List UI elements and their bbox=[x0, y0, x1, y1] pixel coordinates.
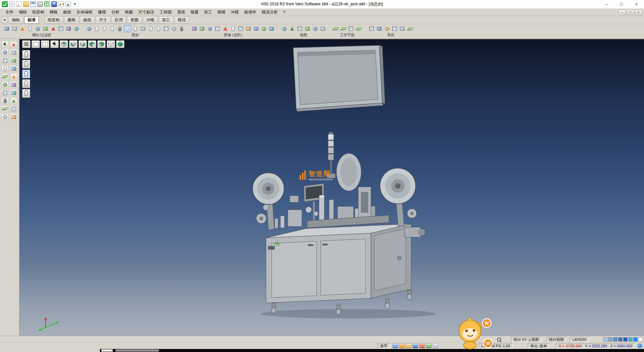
tab-surface[interactable]: 曲面 bbox=[80, 16, 95, 24]
tab-machining[interactable]: 加工 bbox=[159, 16, 173, 24]
ribbon-icon-g2-3[interactable] bbox=[101, 25, 108, 32]
left-tool-icon-6[interactable] bbox=[10, 57, 17, 64]
ribbon-icon-g3-3[interactable] bbox=[206, 25, 213, 32]
left-tool-icon-12[interactable] bbox=[10, 81, 17, 88]
color-swatch-5[interactable] bbox=[623, 337, 628, 342]
ribbon-icon-g2-9[interactable] bbox=[147, 25, 154, 32]
edit-file-icon[interactable] bbox=[16, 1, 22, 7]
ribbon-icon-g2-7[interactable] bbox=[132, 25, 139, 32]
ribbon-icon-g2-12[interactable] bbox=[170, 25, 177, 32]
layer-status[interactable]: LAYER0 bbox=[570, 337, 589, 342]
menu-drafting[interactable]: 工程图 bbox=[157, 9, 174, 16]
left-tool-icon-19[interactable] bbox=[1, 114, 9, 120]
status-blue-dot-icon[interactable] bbox=[638, 344, 642, 348]
ribbon-icon-g3-1[interactable] bbox=[191, 25, 198, 32]
child-close-button[interactable]: × bbox=[635, 10, 642, 15]
ribbon-icon-g4-2[interactable] bbox=[288, 25, 296, 32]
ribbon-icon-g2-8[interactable] bbox=[140, 25, 147, 32]
new-file-icon[interactable] bbox=[9, 1, 15, 7]
ribbon-icon-g2-1[interactable] bbox=[86, 25, 93, 32]
ribbon-icon-g2-13[interactable] bbox=[178, 25, 185, 32]
tab-modeling[interactable]: 建模 bbox=[64, 16, 79, 24]
undo-redo-icon[interactable] bbox=[65, 1, 71, 7]
left-tool-icon-14[interactable] bbox=[10, 89, 17, 96]
menu-dimensioning[interactable]: 尺寸标注 bbox=[136, 9, 157, 16]
menu-wireframe[interactable]: 线架构 bbox=[30, 9, 47, 16]
ribbon-icon-g3-11[interactable] bbox=[268, 25, 275, 32]
view-orientation-status[interactable]: 绝对 XY 上视图 bbox=[511, 337, 542, 342]
filter-button-4[interactable] bbox=[22, 79, 30, 88]
menu-system[interactable]: 系统 bbox=[174, 9, 188, 16]
left-tool-icon-5[interactable] bbox=[1, 57, 9, 64]
viewport-3d[interactable]: 智造网 bbox=[19, 39, 644, 336]
save-icon[interactable] bbox=[51, 1, 57, 7]
print-icon[interactable] bbox=[37, 1, 43, 7]
left-tool-icon-8[interactable] bbox=[10, 65, 17, 72]
ribbon-icon-g1-2[interactable] bbox=[11, 25, 18, 32]
color-swatch-3[interactable] bbox=[613, 337, 618, 342]
view-cube-front-button[interactable] bbox=[69, 40, 77, 48]
ribbon-icon-g1-4[interactable] bbox=[26, 25, 34, 32]
lock-toggle[interactable]: 拴牢 bbox=[378, 343, 390, 348]
ribbon-icon-g4-4[interactable] bbox=[304, 25, 311, 32]
menu-machining[interactable]: 加工 bbox=[201, 9, 215, 16]
tab-wireframe[interactable]: 线架构 bbox=[44, 16, 63, 24]
palette-icon[interactable] bbox=[426, 343, 432, 348]
ribbon-icon-g3-2[interactable] bbox=[199, 25, 206, 32]
menu-window[interactable]: 视窗 bbox=[188, 9, 201, 16]
open-file-icon[interactable] bbox=[23, 1, 29, 7]
view-cube-shaded-button[interactable] bbox=[116, 40, 124, 48]
left-tool-icon-16[interactable] bbox=[10, 97, 17, 104]
view-menu-button[interactable] bbox=[22, 40, 31, 48]
ribbon-icon-g2-2[interactable] bbox=[93, 25, 100, 32]
color-swatch-2[interactable] bbox=[608, 337, 612, 342]
tab-application[interactable]: 应用 bbox=[111, 16, 126, 24]
maximize-button[interactable]: □ bbox=[614, 0, 629, 8]
menu-electrode[interactable]: 电极 bbox=[122, 9, 136, 16]
pan-hand-icon[interactable] bbox=[433, 343, 438, 348]
blank-view-button[interactable] bbox=[32, 40, 40, 48]
ribbon-icon-g6-1[interactable] bbox=[368, 25, 375, 32]
filter-button-5[interactable] bbox=[22, 89, 30, 98]
ribbon-icon-g3-6[interactable] bbox=[229, 25, 236, 32]
ribbon-icon-g2-4[interactable] bbox=[109, 25, 116, 32]
window-layout-icon[interactable] bbox=[30, 1, 36, 7]
ribbon-icon-g1-3[interactable] bbox=[19, 25, 26, 32]
ribbon-icon-g5-1[interactable] bbox=[332, 25, 339, 32]
left-tool-icon-1[interactable] bbox=[1, 41, 9, 48]
select-view-button[interactable] bbox=[50, 40, 59, 48]
left-tool-icon-4[interactable] bbox=[10, 49, 17, 56]
filter-button-2[interactable] bbox=[22, 60, 30, 69]
view-cube-iso1-button[interactable] bbox=[88, 40, 96, 48]
ribbon-icon-g5-3[interactable] bbox=[347, 25, 355, 32]
grid-table-icon[interactable] bbox=[44, 1, 50, 7]
view-cube-wire-button[interactable] bbox=[107, 40, 115, 48]
ribbon-icon-g5-2[interactable] bbox=[340, 25, 347, 32]
color-swatch-8[interactable] bbox=[638, 337, 643, 342]
menu-molding[interactable]: 塑模 bbox=[215, 9, 228, 16]
child-minimize-button[interactable]: – bbox=[619, 10, 626, 15]
color-swatch-7[interactable] bbox=[633, 337, 638, 342]
ribbon-icon-g2-10[interactable] bbox=[155, 25, 162, 32]
menu-modeling[interactable]: 建模 bbox=[95, 9, 109, 16]
ribbon-icon-g2-5[interactable] bbox=[116, 25, 123, 32]
ribbon-icon-g4-1[interactable] bbox=[281, 25, 288, 32]
folder-icon[interactable] bbox=[406, 343, 412, 348]
display-icon[interactable] bbox=[392, 343, 398, 348]
tab-flow[interactable]: 模流 bbox=[174, 16, 189, 24]
ribbon-icon-g1-8[interactable] bbox=[57, 25, 64, 32]
left-tool-icon-15[interactable] bbox=[1, 97, 9, 104]
absolute-view-status[interactable]: 绝对视图 bbox=[546, 337, 567, 342]
scrollbar-notch[interactable] bbox=[101, 349, 113, 352]
ribbon-icon-g6-2[interactable] bbox=[376, 25, 383, 32]
color-swatch-6[interactable] bbox=[628, 337, 633, 342]
tab-standard[interactable]: 标准 bbox=[24, 16, 39, 24]
color-swatch-4[interactable] bbox=[618, 337, 623, 342]
view-cube-side-button[interactable] bbox=[78, 40, 87, 48]
menu-surface[interactable]: 曲面 bbox=[60, 9, 74, 16]
ribbon-icon-g1-9[interactable] bbox=[65, 25, 72, 32]
ribbon-icon-g1-1[interactable] bbox=[3, 25, 10, 32]
box-icon[interactable] bbox=[419, 343, 425, 348]
ribbon-icon-g3-7[interactable] bbox=[237, 25, 244, 32]
child-restore-button[interactable]: □ bbox=[627, 10, 634, 15]
